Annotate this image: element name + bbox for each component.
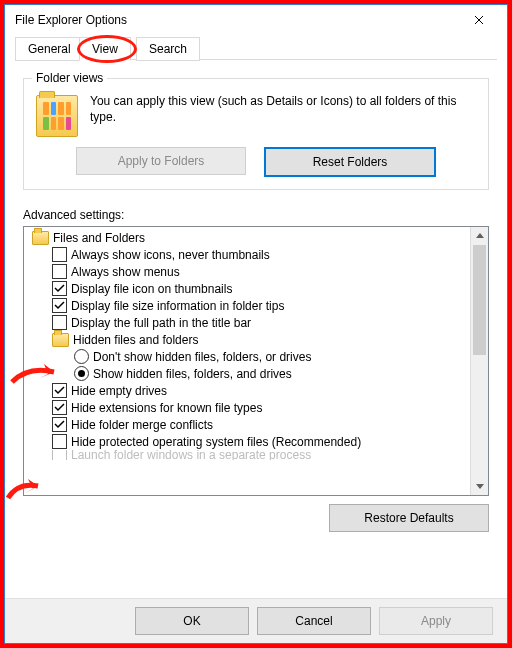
tree-label: Hide empty drives <box>71 384 167 398</box>
tree-label: Always show menus <box>71 265 180 279</box>
dialog-window: File Explorer Options General View Searc… <box>4 4 508 644</box>
radio-icon[interactable] <box>74 349 89 364</box>
tab-general[interactable]: General <box>15 37 84 61</box>
checkbox-icon[interactable] <box>52 315 67 330</box>
reset-folders-button[interactable]: Reset Folders <box>264 147 436 177</box>
checkbox-icon[interactable] <box>52 383 67 398</box>
tree-item-hide-merge-conflicts[interactable]: Hide folder merge conflicts <box>28 416 468 433</box>
tree-label: Hide extensions for known file types <box>71 401 262 415</box>
tree-label: Display file size information in folder … <box>71 299 284 313</box>
window-title: File Explorer Options <box>15 13 127 27</box>
tree-label: Files and Folders <box>53 231 145 245</box>
checkbox-icon[interactable] <box>52 247 67 262</box>
checkbox-icon[interactable] <box>52 281 67 296</box>
checkbox-icon[interactable] <box>52 417 67 432</box>
tree-item-display-full-path[interactable]: Display the full path in the title bar <box>28 314 468 331</box>
tree-item-dont-show-hidden[interactable]: Don't show hidden files, folders, or dri… <box>28 348 468 365</box>
folder-views-text: You can apply this view (such as Details… <box>90 93 478 125</box>
advanced-settings-tree[interactable]: Files and Folders Always show icons, nev… <box>23 226 489 496</box>
vertical-scrollbar[interactable] <box>470 227 488 495</box>
annotated-frame: File Explorer Options General View Searc… <box>0 0 512 648</box>
radio-icon[interactable] <box>74 366 89 381</box>
tab-content: Folder views You can apply this view (su… <box>5 60 507 538</box>
scroll-down-icon[interactable] <box>471 478 488 495</box>
tree-label: Hide folder merge conflicts <box>71 418 213 432</box>
tree-label: Always show icons, never thumbnails <box>71 248 270 262</box>
titlebar: File Explorer Options <box>5 5 507 35</box>
tree-label: Hide protected operating system files (R… <box>71 435 361 449</box>
tree-group-hidden-files[interactable]: Hidden files and folders <box>28 331 468 348</box>
scroll-up-icon[interactable] <box>471 227 488 244</box>
tab-strip: General View Search <box>15 37 497 60</box>
cancel-button[interactable]: Cancel <box>257 607 371 635</box>
folder-views-group: Folder views You can apply this view (su… <box>23 78 489 190</box>
tree-label: Display file icon on thumbnails <box>71 282 232 296</box>
advanced-settings-label: Advanced settings: <box>23 208 489 222</box>
folder-icon <box>32 231 49 245</box>
tab-search[interactable]: Search <box>136 37 200 61</box>
folder-views-icon <box>36 95 78 137</box>
tree-viewport: Files and Folders Always show icons, nev… <box>24 227 470 495</box>
apply-to-folders-button: Apply to Folders <box>76 147 246 175</box>
checkbox-icon[interactable] <box>52 400 67 415</box>
close-button[interactable] <box>459 6 499 34</box>
checkbox-icon[interactable] <box>52 298 67 313</box>
tree-item-always-show-icons[interactable]: Always show icons, never thumbnails <box>28 246 468 263</box>
tree-item-show-hidden[interactable]: Show hidden files, folders, and drives <box>28 365 468 382</box>
tree-item-hide-protected-os-files[interactable]: Hide protected operating system files (R… <box>28 433 468 450</box>
tree-item-hide-extensions[interactable]: Hide extensions for known file types <box>28 399 468 416</box>
restore-defaults-button[interactable]: Restore Defaults <box>329 504 489 532</box>
tree-label: Don't show hidden files, folders, or dri… <box>93 350 311 364</box>
folder-icon <box>52 333 69 347</box>
checkbox-icon[interactable] <box>52 434 67 449</box>
tree-label: Hidden files and folders <box>73 333 198 347</box>
checkbox-icon[interactable] <box>52 264 67 279</box>
tree-item-hide-empty-drives[interactable]: Hide empty drives <box>28 382 468 399</box>
apply-button: Apply <box>379 607 493 635</box>
dialog-button-bar: OK Cancel Apply <box>5 598 507 643</box>
tree-item-display-file-size[interactable]: Display file size information in folder … <box>28 297 468 314</box>
tree-label: Display the full path in the title bar <box>71 316 251 330</box>
tree-label: Launch folder windows in a separate proc… <box>71 450 311 460</box>
ok-button[interactable]: OK <box>135 607 249 635</box>
folder-views-legend: Folder views <box>32 71 107 85</box>
close-icon <box>474 15 484 25</box>
tree-item-display-file-icon[interactable]: Display file icon on thumbnails <box>28 280 468 297</box>
tree-item-launch-separate-process[interactable]: Launch folder windows in a separate proc… <box>28 450 468 460</box>
tree-item-always-show-menus[interactable]: Always show menus <box>28 263 468 280</box>
scroll-thumb[interactable] <box>473 245 486 355</box>
checkbox-icon[interactable] <box>52 450 67 460</box>
tree-root-files-and-folders[interactable]: Files and Folders <box>28 229 468 246</box>
tab-view[interactable]: View <box>79 37 131 61</box>
tree-label: Show hidden files, folders, and drives <box>93 367 292 381</box>
